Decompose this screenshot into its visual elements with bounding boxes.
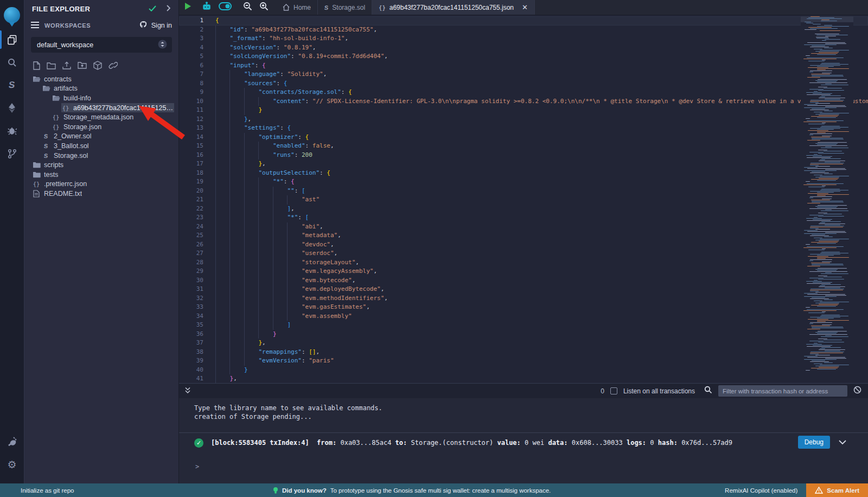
editor-line[interactable]: 18 "outputSelection": { xyxy=(179,169,868,178)
tab-storage-sol[interactable]: S Storage.sol xyxy=(318,0,372,15)
listen-checkbox[interactable] xyxy=(610,387,617,394)
transaction-row[interactable]: ✓ [block:5583405 txIndex:4] from: 0xa03.… xyxy=(179,433,868,453)
tree-item[interactable]: SStorage.sol xyxy=(24,151,178,161)
editor-line[interactable]: 8 "sources": { xyxy=(179,79,868,88)
editor-line[interactable]: 41 }, xyxy=(179,374,868,383)
editor-line[interactable]: 22 ], xyxy=(179,205,868,214)
new-file-icon[interactable] xyxy=(33,61,40,70)
editor-line[interactable]: 32 "evm.methodIdentifiers", xyxy=(179,294,868,303)
ai-assistant-icon[interactable] xyxy=(202,2,212,14)
braces-icon: {} xyxy=(61,105,70,111)
editor-line[interactable]: 25 "metadata", xyxy=(179,231,868,240)
editor-line[interactable]: 17 }, xyxy=(179,160,868,169)
editor-line[interactable]: 20 "": [ xyxy=(179,187,868,196)
transaction-filter-input[interactable] xyxy=(718,385,847,397)
tree-item[interactable]: README.txt xyxy=(24,189,178,199)
hamburger-menu-icon[interactable] xyxy=(31,21,39,30)
code-editor[interactable]: 1{2 "id": "a69b43f277ba20fcac141151250ca… xyxy=(179,15,868,383)
listen-label[interactable]: Listen on all transactions xyxy=(623,387,695,395)
zoom-out-icon[interactable] xyxy=(243,2,252,13)
new-folder-icon[interactable] xyxy=(47,62,56,69)
editor-line[interactable]: 6 "input": { xyxy=(179,61,868,71)
editor-line[interactable]: 12 }, xyxy=(179,115,868,124)
editor-line[interactable]: 29 "evm.legacyAssembly", xyxy=(179,267,868,276)
plugin-manager-icon[interactable] xyxy=(0,431,24,452)
close-tab-icon[interactable]: ✕ xyxy=(522,3,528,11)
terminal[interactable]: Type the library name to see available c… xyxy=(179,398,868,483)
editor-line[interactable]: 36 } xyxy=(179,330,868,339)
link-icon[interactable] xyxy=(108,61,118,69)
editor-line[interactable]: 5 "solcLongVersion": "0.8.19+commit.7dd6… xyxy=(179,52,868,61)
editor-line[interactable]: 33 "evm.gasEstimates", xyxy=(179,303,868,312)
debug-button[interactable]: Debug xyxy=(798,436,830,449)
tx-summary: [block:5583405 txIndex:4] from: 0xa03...… xyxy=(211,439,732,447)
upload-file-icon[interactable] xyxy=(62,61,71,70)
editor-line[interactable]: 23 "*": [ xyxy=(179,213,868,222)
tree-item[interactable]: scripts xyxy=(24,160,178,170)
editor-line[interactable]: 26 "devdoc", xyxy=(179,240,868,250)
editor-line[interactable]: 35 ] xyxy=(179,321,868,330)
settings-icon[interactable]: ⚙ xyxy=(0,454,24,475)
cube-icon[interactable] xyxy=(93,61,102,70)
git-icon[interactable] xyxy=(0,143,24,164)
remix-logo-icon[interactable] xyxy=(0,3,24,27)
editor-line[interactable]: 34 "evm.assembly" xyxy=(179,312,868,321)
editor-line[interactable]: 1{ xyxy=(179,16,868,26)
tree-item[interactable]: S3_Ballot.sol xyxy=(24,141,178,151)
tree-item[interactable]: {}a69b43f277ba20fcac141151250ca755.json xyxy=(24,103,178,113)
debugger-icon[interactable] xyxy=(0,120,24,141)
tree-item[interactable]: contracts xyxy=(24,74,178,84)
tree-item[interactable]: {}Storage.json xyxy=(24,122,178,132)
editor-line[interactable]: 38 "remappings": [], xyxy=(179,348,868,357)
editor-line[interactable]: 16 "runs": 200 xyxy=(179,151,868,160)
tab-home[interactable]: Home xyxy=(276,0,318,15)
clear-console-icon[interactable] xyxy=(853,386,861,396)
tree-item[interactable]: tests xyxy=(24,170,178,180)
expand-tx-icon[interactable] xyxy=(839,439,846,447)
editor-line[interactable]: 40 } xyxy=(179,366,868,375)
chevron-right-icon[interactable] xyxy=(166,4,171,14)
editor-line[interactable]: 27 "userdoc", xyxy=(179,249,868,258)
editor-line[interactable]: 39 "evmVersion": "paris" xyxy=(179,356,868,366)
braces-icon: {} xyxy=(52,114,60,120)
copilot-toggle-icon[interactable] xyxy=(219,2,232,12)
editor-line[interactable]: 13 "settings": { xyxy=(179,124,868,133)
tree-item[interactable]: artifacts xyxy=(24,84,178,94)
deploy-run-icon[interactable] xyxy=(0,98,24,118)
solidity-compiler-icon[interactable]: S xyxy=(0,75,24,95)
git-init-button[interactable]: Initialize as git repo xyxy=(21,487,74,494)
scam-alert-button[interactable]: Scam Alert xyxy=(806,483,868,497)
tree-item[interactable]: S2_Owner.sol xyxy=(24,132,178,142)
tree-item[interactable]: build-info xyxy=(24,93,178,103)
zoom-in-icon[interactable] xyxy=(259,2,269,13)
editor-line[interactable]: 21 "ast" xyxy=(179,195,868,205)
editor-line[interactable]: 37 }, xyxy=(179,339,868,348)
editor-line[interactable]: 7 "language": "Solidity", xyxy=(179,70,868,79)
editor-line[interactable]: 15 "enabled": false, xyxy=(179,142,868,151)
run-script-icon[interactable] xyxy=(184,2,192,12)
editor-line[interactable]: 9 "contracts/Storage.sol": { xyxy=(179,88,868,97)
tree-item[interactable]: {}Storage_metadata.json xyxy=(24,112,178,122)
editor-line[interactable]: 4 "solcVersion": "0.8.19", xyxy=(179,43,868,53)
editor-line[interactable]: 19 "*": { xyxy=(179,177,868,187)
editor-line[interactable]: 10 "content": "// SPDX-License-Identifie… xyxy=(179,97,868,106)
editor-line[interactable]: 30 "evm.bytecode", xyxy=(179,276,868,285)
tree-item[interactable]: {}.prettierrc.json xyxy=(24,180,178,189)
upload-folder-icon[interactable] xyxy=(78,61,87,69)
search-icon[interactable] xyxy=(0,52,24,73)
terminal-prompt[interactable]: > xyxy=(195,463,199,470)
editor-line[interactable]: 24 "abi", xyxy=(179,222,868,232)
workspace-select[interactable]: default_workspace xyxy=(31,37,172,53)
copilot-status[interactable]: RemixAI Copilot (enabled) xyxy=(725,487,797,494)
editor-line[interactable]: 28 "storageLayout", xyxy=(179,258,868,267)
editor-line[interactable]: 3 "_format": "hh-sol-build-info-1", xyxy=(179,34,868,43)
minimap[interactable] xyxy=(801,16,853,381)
editor-line[interactable]: 14 "optimizer": { xyxy=(179,133,868,142)
collapse-terminal-icon[interactable] xyxy=(184,386,191,396)
editor-line[interactable]: 2 "id": "a69b43f277ba20fcac141151250ca75… xyxy=(179,26,868,35)
sign-in-button[interactable]: Sign in xyxy=(139,21,172,30)
editor-line[interactable]: 31 "evm.deployedBytecode", xyxy=(179,285,868,294)
file-explorer-icon[interactable] xyxy=(0,29,24,50)
editor-line[interactable]: 11 } xyxy=(179,106,868,115)
tab-build-info-json[interactable]: {} a69b43f277ba20fcac141151250ca755.json… xyxy=(372,0,535,15)
